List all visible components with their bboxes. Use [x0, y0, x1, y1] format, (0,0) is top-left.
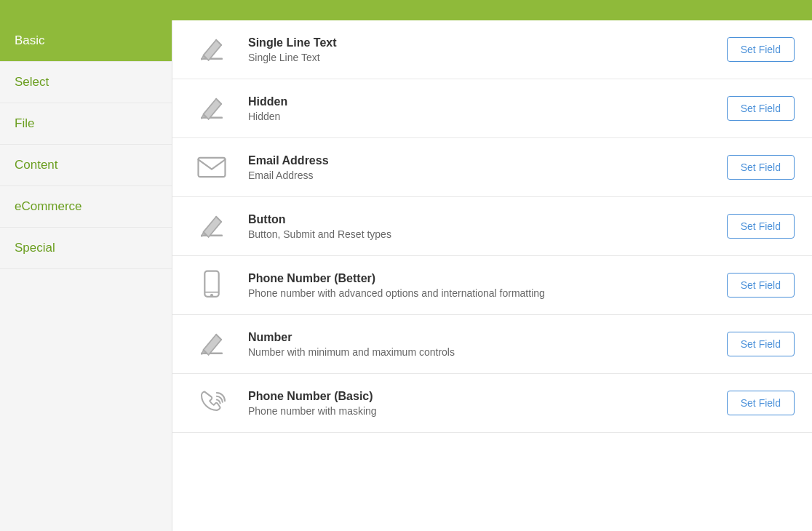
modal-header [0, 0, 812, 20]
field-row-hidden: Hidden Hidden Set Field [172, 79, 812, 138]
field-icon-email-address [190, 151, 234, 183]
field-name-hidden: Hidden [248, 95, 709, 108]
sidebar-item-content[interactable]: Content [0, 145, 172, 186]
set-field-button-button[interactable]: Set Field [727, 214, 795, 239]
field-info-email-address: Email Address Email Address [248, 154, 709, 181]
modal-body: BasicSelectFileContenteCommerceSpecial S… [0, 20, 812, 531]
field-info-single-line-text: Single Line Text Single Line Text [248, 36, 709, 63]
field-row-single-line-text: Single Line Text Single Line Text Set Fi… [172, 20, 812, 79]
field-name-phone-number-better: Phone Number (Better) [248, 272, 709, 285]
field-name-button: Button [248, 213, 709, 226]
field-row-email-address: Email Address Email Address Set Field [172, 138, 812, 197]
set-field-button-email-address[interactable]: Set Field [727, 155, 795, 180]
field-desc-phone-number-better: Phone number with advanced options and i… [248, 287, 709, 299]
svg-rect-2 [199, 158, 226, 177]
field-icon-number [190, 328, 234, 360]
field-name-phone-number-basic: Phone Number (Basic) [248, 390, 709, 403]
set-field-button-hidden[interactable]: Set Field [727, 96, 795, 121]
field-name-single-line-text: Single Line Text [248, 36, 709, 49]
sidebar-item-ecommerce[interactable]: eCommerce [0, 186, 172, 228]
field-info-phone-number-basic: Phone Number (Basic) Phone number with m… [248, 390, 709, 417]
field-desc-button: Button, Submit and Reset types [248, 228, 709, 240]
field-desc-number: Number with minimum and maximum controls [248, 346, 709, 358]
fields-content: Single Line Text Single Line Text Set Fi… [172, 20, 812, 531]
field-info-phone-number-better: Phone Number (Better) Phone number with … [248, 272, 709, 299]
field-icon-single-line-text [190, 33, 234, 65]
field-icon-phone-number-basic [190, 387, 234, 419]
field-row-phone-number-basic: Phone Number (Basic) Phone number with m… [172, 374, 812, 433]
sidebar-item-select[interactable]: Select [0, 62, 172, 103]
field-icon-hidden [190, 92, 234, 124]
set-field-button-phone-number-better[interactable]: Set Field [727, 273, 795, 298]
field-info-button: Button Button, Submit and Reset types [248, 213, 709, 240]
set-field-button-single-line-text[interactable]: Set Field [727, 37, 795, 62]
set-field-button-phone-number-basic[interactable]: Set Field [727, 391, 795, 415]
field-desc-email-address: Email Address [248, 169, 709, 181]
field-name-number: Number [248, 331, 709, 344]
svg-point-6 [210, 294, 213, 297]
field-row-phone-number-better: Phone Number (Better) Phone number with … [172, 256, 812, 315]
field-desc-phone-number-basic: Phone number with masking [248, 405, 709, 417]
sidebar-item-basic[interactable]: Basic [0, 20, 172, 62]
fields-modal: BasicSelectFileContenteCommerceSpecial S… [0, 0, 812, 531]
field-icon-button [190, 210, 234, 242]
field-desc-single-line-text: Single Line Text [248, 52, 709, 63]
sidebar: BasicSelectFileContenteCommerceSpecial [0, 20, 172, 531]
sidebar-item-file[interactable]: File [0, 103, 172, 145]
field-name-email-address: Email Address [248, 154, 709, 167]
field-desc-hidden: Hidden [248, 111, 709, 122]
field-row-button: Button Button, Submit and Reset types Se… [172, 197, 812, 256]
field-info-number: Number Number with minimum and maximum c… [248, 331, 709, 358]
set-field-button-number[interactable]: Set Field [727, 332, 795, 356]
field-icon-phone-number-better [190, 269, 234, 301]
field-info-hidden: Hidden Hidden [248, 95, 709, 122]
sidebar-item-special[interactable]: Special [0, 228, 172, 269]
field-row-number: Number Number with minimum and maximum c… [172, 315, 812, 374]
